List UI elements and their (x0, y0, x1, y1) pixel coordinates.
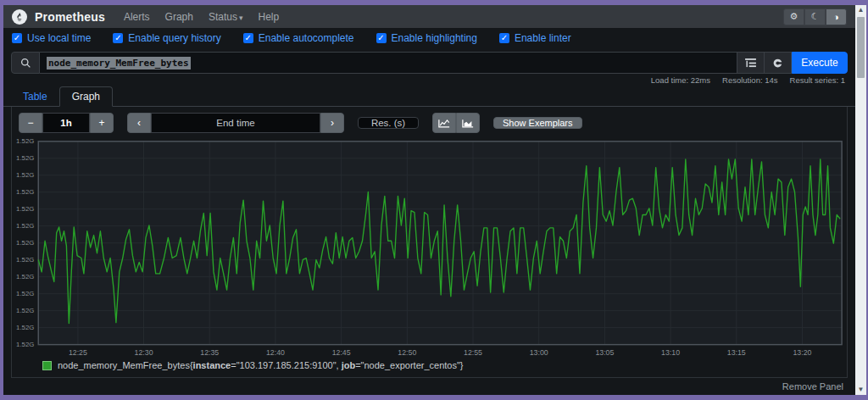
enable-query-history-checkbox[interactable]: ✓ Enable query history (113, 32, 220, 44)
time-back-button[interactable]: ‹ (127, 113, 151, 133)
line-chart-toggle-button[interactable] (432, 113, 456, 133)
settings-gear-icon[interactable]: ⚙ (783, 8, 804, 25)
query-stats: Load time: 22ms Resolution: 14s Result s… (3, 74, 855, 86)
resolution: Resolution: 14s (722, 75, 777, 85)
panel-footer: Remove Panel (3, 378, 855, 395)
svg-text:1.52G: 1.52G (16, 137, 34, 145)
metrics-explorer-icon (772, 58, 783, 69)
svg-text:1.52G: 1.52G (16, 341, 34, 348)
stacked-chart-icon (462, 119, 474, 128)
series-label: node_memory_MemFree_bytes{instance="103.… (58, 360, 464, 370)
svg-text:12:45: 12:45 (332, 348, 351, 357)
svg-text:12:30: 12:30 (135, 348, 153, 357)
execute-button[interactable]: Execute (792, 52, 848, 74)
chart-type-group (432, 113, 480, 133)
time-series-chart[interactable]: 1.52G1.52G1.52G1.52G1.52G1.52G1.52G1.52G… (14, 136, 845, 358)
use-local-time-checkbox[interactable]: ✓ Use local time (12, 32, 91, 44)
vertical-scrollbar[interactable]: ▲ ▼ (855, 5, 866, 395)
prometheus-logo-icon[interactable] (12, 9, 27, 25)
svg-text:1.52G: 1.52G (16, 324, 34, 331)
svg-text:13:15: 13:15 (727, 348, 746, 357)
graph-panel: − 1h + ‹ End time › Res. (s) (11, 107, 848, 378)
enable-linter-checkbox[interactable]: ✓ Enable linter (499, 32, 571, 44)
enable-autocomplete-checkbox[interactable]: ✓ Enable autocomplete (243, 32, 354, 44)
svg-text:1.52G: 1.52G (16, 239, 34, 247)
range-duration-input[interactable]: 1h (42, 113, 90, 133)
graph-controls: − 1h + ‹ End time › Res. (s) (19, 113, 840, 133)
metrics-explorer-button[interactable] (765, 52, 792, 74)
svg-text:1.52G: 1.52G (16, 171, 34, 179)
nav-item-status[interactable]: Status▾ (209, 11, 243, 23)
options-row: ✓ Use local time ✓ Enable query history … (3, 28, 855, 48)
tree-list-icon (745, 58, 756, 68)
brand-title[interactable]: Prometheus (35, 10, 105, 24)
series-color-swatch (42, 361, 52, 370)
svg-text:13:05: 13:05 (595, 348, 614, 357)
nav-item-alerts[interactable]: Alerts (124, 11, 150, 23)
query-tree-view-button[interactable] (737, 52, 765, 74)
svg-text:13:10: 13:10 (661, 348, 680, 357)
resolution-input[interactable]: Res. (s) (358, 117, 419, 129)
auto-theme-contrast-icon[interactable]: ◑ (826, 8, 847, 25)
scrollbar-thumb[interactable] (857, 17, 865, 78)
search-icon (11, 52, 40, 74)
checkbox-checked-icon[interactable]: ✓ (499, 33, 509, 43)
checkbox-checked-icon[interactable]: ✓ (376, 33, 387, 43)
svg-text:1.52G: 1.52G (16, 273, 34, 281)
svg-text:12:50: 12:50 (398, 348, 416, 357)
svg-text:12:40: 12:40 (266, 348, 285, 357)
checkbox-checked-icon[interactable]: ✓ (113, 33, 123, 43)
dark-theme-moon-icon[interactable]: ☾ (804, 8, 826, 25)
svg-text:1.52G: 1.52G (16, 205, 34, 213)
end-time-control-group: ‹ End time › (127, 113, 344, 133)
chevron-down-icon: ▾ (239, 14, 243, 22)
range-control-group: − 1h + (19, 113, 114, 133)
svg-text:1.52G: 1.52G (16, 290, 34, 297)
chart-legend[interactable]: node_memory_MemFree_bytes{instance="103.… (12, 358, 847, 377)
tab-graph[interactable]: Graph (59, 86, 113, 107)
end-time-input[interactable]: End time (151, 113, 320, 133)
scrollbar-down-arrow-icon[interactable]: ▼ (858, 385, 865, 395)
scrollbar-up-arrow-icon[interactable]: ▲ (858, 5, 865, 15)
svg-text:12:55: 12:55 (464, 348, 482, 357)
result-series: Result series: 1 (790, 75, 845, 85)
load-time: Load time: 22ms (651, 75, 710, 85)
query-selected-text: node_memory_MemFree_bytes (47, 57, 191, 69)
svg-text:12:35: 12:35 (200, 348, 219, 357)
decrease-range-button[interactable]: − (19, 113, 42, 133)
svg-text:1.52G: 1.52G (16, 256, 34, 264)
query-bar: node_memory_MemFree_bytes Execute (11, 52, 848, 74)
svg-text:13:00: 13:00 (530, 348, 548, 357)
theme-button-group: ⚙ ☾ ◑ (783, 8, 847, 25)
nav-item-graph[interactable]: Graph (165, 11, 193, 23)
line-chart-icon (438, 119, 450, 128)
nav-item-help[interactable]: Help (259, 11, 280, 23)
increase-range-button[interactable]: + (90, 113, 114, 133)
checkbox-checked-icon[interactable]: ✓ (12, 33, 22, 43)
stacked-chart-toggle-button[interactable] (456, 113, 480, 133)
chart-area[interactable]: 1.52G1.52G1.52G1.52G1.52G1.52G1.52G1.52G… (12, 136, 847, 358)
svg-text:1.52G: 1.52G (16, 222, 34, 230)
query-expression-input[interactable]: node_memory_MemFree_bytes (40, 52, 737, 74)
tab-bar: Table Graph (3, 86, 855, 107)
window-frame: Prometheus Alerts Graph Status▾ Help ⚙ ☾… (0, 0, 868, 400)
remove-panel-link[interactable]: Remove Panel (782, 381, 843, 392)
time-forward-button[interactable]: › (320, 113, 344, 133)
navbar: Prometheus Alerts Graph Status▾ Help ⚙ ☾… (3, 5, 855, 28)
svg-text:1.52G: 1.52G (16, 188, 34, 196)
enable-highlighting-checkbox[interactable]: ✓ Enable highlighting (376, 32, 477, 44)
checkbox-checked-icon[interactable]: ✓ (243, 33, 253, 43)
tab-table[interactable]: Table (11, 87, 59, 106)
svg-text:1.52G: 1.52G (16, 307, 34, 314)
svg-text:13:20: 13:20 (793, 348, 812, 357)
show-exemplars-button[interactable]: Show Exemplars (493, 117, 582, 129)
svg-text:1.52G: 1.52G (16, 154, 34, 162)
svg-text:12:25: 12:25 (69, 348, 87, 357)
